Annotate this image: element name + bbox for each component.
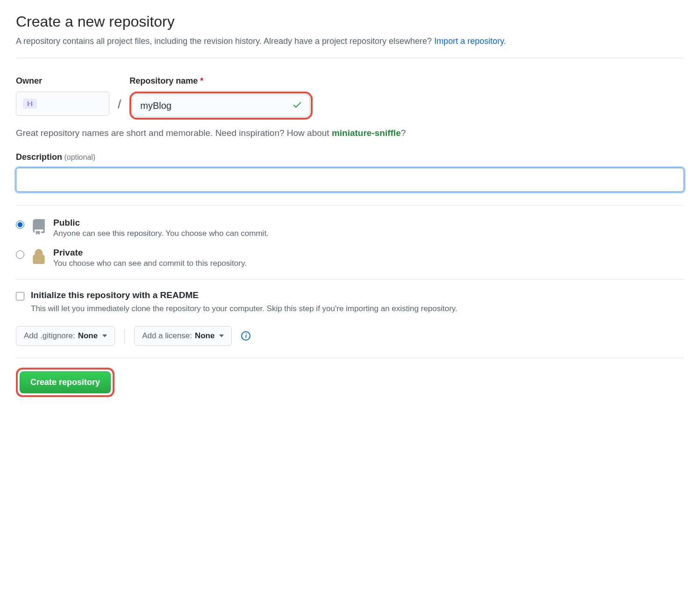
private-desc: You choose who can see and commit to thi… (53, 259, 247, 268)
page-subtitle: A repository contains all project files,… (16, 35, 684, 48)
repo-name-suggestion[interactable]: miniature-sniffle (332, 128, 401, 138)
init-readme-desc: This will let you immediately clone the … (31, 303, 684, 315)
init-readme-row[interactable]: Initialize this repository with a README (16, 290, 684, 300)
init-readme-title: Initialize this repository with a README (31, 290, 199, 300)
repo-name-label: Repository name * (129, 76, 313, 86)
description-label: Description (optional) (16, 152, 684, 162)
repo-name-label-text: Repository name (129, 76, 198, 85)
submit-highlight: Create repository (16, 368, 114, 397)
required-star: * (200, 76, 203, 85)
caret-down-icon (102, 334, 107, 337)
add-license-button[interactable]: Add a license: None (134, 326, 232, 346)
private-title: Private (53, 248, 247, 258)
owner-label: Owner (16, 76, 109, 86)
owner-field: Owner I·I (16, 76, 109, 116)
divider (16, 358, 684, 358)
subtitle-text: A repository contains all project files,… (16, 36, 434, 46)
checkmark-icon (292, 100, 302, 112)
public-title: Public (53, 218, 269, 228)
visibility-public-row[interactable]: Public Anyone can see this repository. Y… (16, 218, 684, 238)
info-icon[interactable]: i (241, 331, 250, 341)
public-desc: Anyone can see this repository. You choo… (53, 229, 269, 238)
repo-name-input[interactable] (132, 94, 310, 117)
divider (16, 58, 684, 58)
owner-avatar-icon: I·I (23, 99, 37, 109)
gitignore-pre: Add .gitignore: (24, 331, 75, 341)
description-input[interactable] (16, 168, 684, 192)
visibility-private-row[interactable]: Private You choose who can see and commi… (16, 248, 684, 268)
repo-icon (31, 218, 47, 238)
repo-name-hint: Great repository names are short and mem… (16, 128, 684, 138)
divider (16, 205, 684, 206)
repo-name-highlight (129, 92, 313, 120)
page-title: Create a new repository (16, 13, 684, 30)
init-readme-checkbox[interactable] (16, 292, 24, 300)
hint-pre: Great repository names are short and mem… (16, 128, 332, 138)
owner-select[interactable]: I·I (16, 92, 109, 116)
repo-name-field: Repository name * (129, 76, 313, 120)
import-repository-link[interactable]: Import a repository. (434, 36, 506, 46)
add-gitignore-button[interactable]: Add .gitignore: None (16, 326, 115, 346)
public-radio[interactable] (16, 221, 24, 229)
separator (124, 329, 125, 343)
slash-separator: / (118, 97, 121, 112)
description-label-text: Description (16, 152, 62, 162)
license-pre: Add a license: (142, 331, 192, 341)
license-val: None (195, 331, 215, 341)
private-radio[interactable] (16, 250, 24, 259)
gitignore-val: None (78, 331, 98, 341)
divider (16, 279, 684, 280)
hint-post: ? (401, 128, 406, 138)
lock-icon (31, 248, 47, 268)
optional-text: (optional) (64, 153, 95, 161)
create-repository-button[interactable]: Create repository (20, 371, 111, 393)
caret-down-icon (219, 334, 224, 337)
